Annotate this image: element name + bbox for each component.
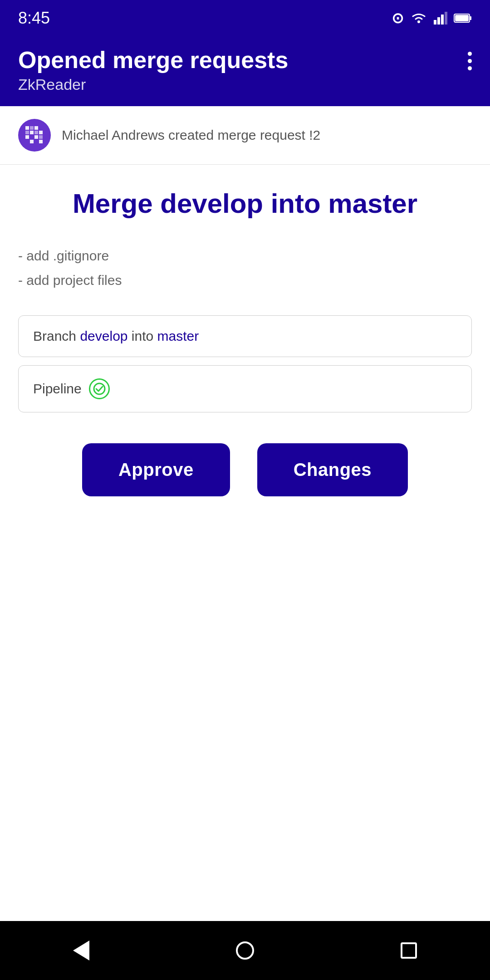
commit-line-2: - add project files <box>18 268 472 293</box>
svg-rect-1 <box>434 20 436 24</box>
notification-row: Michael Andrews created merge request !2 <box>0 106 490 165</box>
back-button[interactable] <box>64 931 98 970</box>
speedtest-icon: ⊙ <box>392 10 404 27</box>
branch-label: Branch develop into master <box>33 328 199 344</box>
svg-rect-2 <box>437 17 440 24</box>
home-icon <box>236 941 254 960</box>
avatar <box>18 119 51 152</box>
action-buttons: Approve Changes <box>18 443 472 496</box>
svg-rect-10 <box>30 126 34 130</box>
pipeline-status-icon <box>89 378 110 399</box>
home-button[interactable] <box>227 932 263 969</box>
svg-rect-9 <box>25 126 29 130</box>
svg-rect-3 <box>441 15 444 24</box>
changes-button[interactable]: Changes <box>257 443 408 496</box>
notification-text: Michael Andrews created merge request !2 <box>62 127 320 143</box>
svg-rect-18 <box>39 135 43 139</box>
svg-rect-17 <box>34 135 38 139</box>
app-bar-title-section: Opened merge requests ZkReader <box>18 47 288 93</box>
svg-rect-20 <box>39 140 43 143</box>
branch-source: develop <box>80 328 127 343</box>
app-bar: Opened merge requests ZkReader <box>0 36 490 106</box>
svg-rect-11 <box>34 126 38 130</box>
svg-rect-6 <box>470 16 471 20</box>
pipeline-label: Pipeline <box>33 381 82 397</box>
recent-apps-button[interactable] <box>392 933 426 968</box>
recent-icon <box>401 942 417 959</box>
svg-rect-14 <box>34 131 38 134</box>
svg-rect-16 <box>25 135 29 139</box>
pipeline-info-box: Pipeline <box>18 365 472 412</box>
app-bar-title: Opened merge requests <box>18 47 288 73</box>
wifi-icon <box>410 12 427 24</box>
branch-target: master <box>157 328 199 343</box>
svg-rect-12 <box>25 131 29 134</box>
signal-icon <box>434 12 447 24</box>
app-bar-subtitle: ZkReader <box>18 76 288 93</box>
approve-button[interactable]: Approve <box>82 443 230 496</box>
more-menu-button[interactable] <box>468 47 472 70</box>
svg-point-0 <box>417 20 420 23</box>
back-icon <box>73 941 89 960</box>
branch-info-box: Branch develop into master <box>18 315 472 357</box>
battery-icon <box>454 13 472 24</box>
commit-line-1: - add .gitignore <box>18 244 472 268</box>
commit-messages: - add .gitignore - add project files <box>18 244 472 293</box>
svg-rect-7 <box>455 15 469 21</box>
svg-rect-4 <box>445 12 447 24</box>
status-icons: ⊙ <box>392 10 472 27</box>
svg-rect-19 <box>30 140 34 143</box>
status-time: 8:45 <box>18 9 50 28</box>
bottom-nav <box>0 921 490 980</box>
main-content: Merge develop into master - add .gitigno… <box>0 165 490 921</box>
status-bar: 8:45 ⊙ <box>0 0 490 36</box>
svg-rect-15 <box>39 131 43 134</box>
svg-rect-13 <box>30 131 34 134</box>
merge-title: Merge develop into master <box>18 187 472 220</box>
